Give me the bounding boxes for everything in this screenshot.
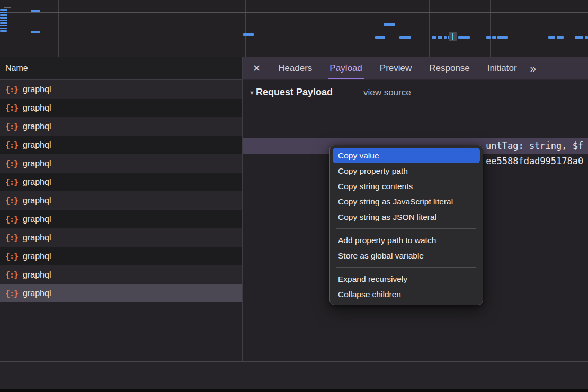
waterfall-bar — [243, 33, 254, 36]
menu-item-copy-string-as-javascript-literal[interactable]: Copy string as JavaScript literal — [330, 194, 483, 209]
json-request-icon: {:} — [5, 177, 18, 187]
waterfall-bar — [444, 36, 447, 39]
request-name: graphql — [23, 270, 51, 280]
waterfall-bar — [0, 14, 7, 16]
network-overview-timeline[interactable] — [0, 0, 588, 57]
request-row[interactable]: {:}graphql — [0, 284, 242, 302]
timeline-gridline — [245, 0, 246, 57]
name-column-header[interactable]: Name — [0, 57, 242, 80]
selected-request-marker — [449, 32, 457, 41]
json-request-icon: {:} — [5, 215, 18, 224]
property-value-continued: untTag: string, $f — [486, 138, 583, 154]
timeline-gridline-horizontal — [0, 12, 588, 13]
waterfall-bar — [497, 36, 508, 39]
waterfall-bar — [557, 36, 564, 39]
json-request-icon: {:} — [5, 233, 18, 243]
view-source-link[interactable]: view source — [363, 87, 411, 98]
waterfall-bar — [458, 36, 470, 39]
request-list: {:}graphql{:}graphql{:}graphql{:}graphql… — [0, 80, 242, 392]
request-row[interactable]: {:}graphql — [0, 154, 242, 173]
json-request-icon: {:} — [5, 252, 18, 261]
timeline-gridline — [553, 0, 553, 57]
json-request-icon: {:} — [5, 196, 18, 206]
request-name: graphql — [23, 177, 51, 187]
request-name: graphql — [23, 196, 51, 206]
request-row[interactable]: {:}graphql — [0, 228, 242, 247]
payload-row-operation-name[interactable]: operationName:"ipFlowTimeseries" — [243, 123, 588, 138]
json-request-icon: {:} — [5, 85, 18, 94]
request-row[interactable]: {:}graphql — [0, 173, 242, 191]
json-request-icon: {:} — [5, 103, 18, 113]
waterfall-bar — [432, 36, 436, 39]
tab-payload[interactable]: Payload — [329, 63, 362, 74]
json-request-icon: {:} — [5, 270, 18, 280]
more-tabs-icon[interactable]: » — [530, 62, 538, 75]
waterfall-bar — [0, 9, 7, 11]
detail-tab-bar: ✕ HeadersPayloadPreviewResponseInitiator… — [243, 57, 588, 80]
request-row[interactable]: {:}graphql — [0, 210, 242, 228]
waterfall-bar — [0, 20, 7, 21]
waterfall-bar — [438, 36, 442, 39]
window-bottom-edge — [0, 389, 588, 392]
timeline-gridline — [58, 0, 59, 57]
tab-response[interactable]: Response — [429, 63, 470, 74]
json-request-icon: {:} — [5, 159, 18, 168]
request-name: graphql — [23, 103, 51, 113]
waterfall-bar — [548, 36, 555, 39]
request-list-panel: Name {:}graphql{:}graphql{:}graphql{:}gr… — [0, 57, 242, 392]
close-icon[interactable]: ✕ — [253, 64, 261, 73]
collapse-triangle-icon[interactable]: ▼ — [249, 90, 255, 96]
menu-item-copy-property-path[interactable]: Copy property path — [330, 163, 483, 179]
menu-item-collapse-children[interactable]: Collapse children — [330, 287, 483, 302]
property-value-continued: ee5588fdad995178a0 — [486, 154, 583, 169]
request-name: graphql — [23, 252, 51, 261]
menu-item-copy-string-as-json-literal[interactable]: Copy string as JSON literal — [330, 209, 483, 225]
request-name: graphql — [23, 289, 51, 298]
request-row[interactable]: {:}graphql — [0, 117, 242, 136]
tab-preview[interactable]: Preview — [380, 63, 412, 74]
request-name: graphql — [23, 159, 51, 168]
waterfall-bar — [486, 36, 491, 39]
menu-divider — [336, 267, 476, 268]
waterfall-bar — [0, 28, 7, 29]
waterfall-bar — [4, 7, 11, 8]
waterfall-bar — [375, 36, 385, 39]
request-row[interactable]: {:}graphql — [0, 99, 242, 117]
request-name: graphql — [23, 140, 51, 150]
menu-item-copy-value[interactable]: Copy value — [333, 148, 480, 163]
request-name: graphql — [23, 215, 51, 224]
timeline-gridline — [121, 0, 121, 57]
waterfall-bar — [31, 10, 40, 12]
menu-item-store-as-global-variable[interactable]: Store as global variable — [330, 248, 483, 263]
request-row[interactable]: {:}graphql — [0, 136, 242, 154]
timeline-gridline — [306, 0, 306, 57]
waterfall-bar — [0, 30, 7, 32]
request-row[interactable]: {:}graphql — [0, 191, 242, 210]
waterfall-bar — [0, 25, 7, 26]
menu-item-expand-recursively[interactable]: Expand recursively — [330, 271, 483, 287]
menu-divider — [336, 228, 476, 229]
menu-item-copy-string-contents[interactable]: Copy string contents — [330, 179, 483, 194]
waterfall-bar — [0, 12, 7, 13]
json-request-icon: {:} — [5, 140, 18, 150]
request-row[interactable]: {:}graphql — [0, 247, 242, 265]
request-row[interactable]: {:}graphql — [0, 80, 242, 99]
timeline-gridline — [184, 0, 184, 57]
request-row[interactable]: {:}graphql — [0, 265, 242, 284]
context-menu: Copy valueCopy property pathCopy string … — [329, 145, 483, 305]
selected-request-marker-line — [452, 33, 453, 40]
payload-root-row[interactable]: ▼ {operationName: "ipFlowTimeseries", va… — [243, 108, 588, 123]
tab-headers[interactable]: Headers — [278, 63, 312, 74]
waterfall-bar — [384, 23, 395, 26]
json-request-icon: {:} — [5, 122, 18, 131]
waterfall-bar — [31, 31, 40, 33]
request-name: graphql — [23, 122, 51, 131]
menu-item-add-property-path-to-watch[interactable]: Add property path to watch — [330, 233, 483, 248]
waterfall-bar — [0, 22, 7, 24]
tab-initiator[interactable]: Initiator — [487, 63, 517, 74]
timeline-gridline — [490, 0, 491, 57]
waterfall-bar — [0, 17, 7, 19]
request-payload-section-header: ▼ Request Payload view source — [249, 87, 411, 98]
timeline-gridline — [368, 0, 368, 57]
request-name: graphql — [23, 85, 51, 94]
